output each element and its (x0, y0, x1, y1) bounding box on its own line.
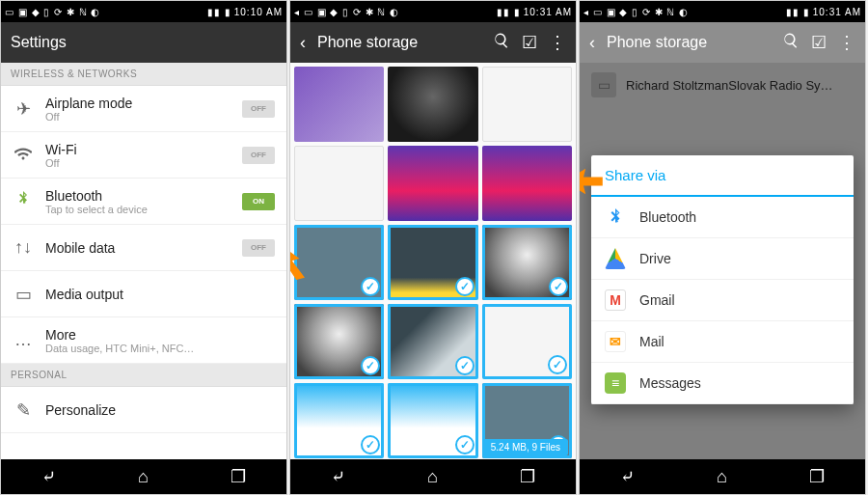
folder-icon: ▭ (591, 72, 616, 97)
sub: Tap to select a device (45, 204, 231, 215)
more-icon: … (13, 330, 34, 350)
back-button[interactable]: ⤶ (41, 466, 56, 487)
share-label: Gmail (639, 292, 675, 308)
status-bar: ▭ ▣ ◆ ▯ ⟳ ✱ ℕ ◐ ▮▮ ▮ 10:10 AM (1, 1, 286, 22)
nav-bar: ⤶ ⌂ ❐ (1, 459, 286, 494)
thumb-selected[interactable]: ✓ (294, 304, 384, 379)
share-dialog: Share via Bluetooth Drive M Gmail ✉ Mail… (591, 155, 854, 404)
messages-icon: ≡ (605, 372, 626, 394)
share-label: Drive (639, 251, 671, 266)
recent-button[interactable]: ❐ (520, 466, 535, 487)
overflow-icon[interactable]: ⋮ (549, 32, 566, 53)
label: Mobile data (45, 240, 231, 256)
back-icon[interactable]: ‹ (300, 33, 306, 53)
phone-settings: ▭ ▣ ◆ ▯ ⟳ ✱ ℕ ◐ ▮▮ ▮ 10:10 AM Settings W… (0, 0, 287, 495)
nav-bar: ⤶ ⌂ ❐ (580, 459, 865, 494)
status-bar: ◂ ▭ ▣ ◆ ▯ ⟳ ✱ ℕ ◐ ▮▮ ▮ 10:31 AM (290, 1, 576, 22)
share-messages[interactable]: ≡ Messages (591, 363, 854, 404)
status-icons: ◂ ▭ ▣ ◆ ▯ ⟳ ✱ ℕ ◐ (583, 7, 689, 17)
back-button[interactable]: ⤶ (331, 466, 345, 487)
dimmed-content: ▭ Richard StoltzmanSlovak Radio Sy… ▭ Re… (580, 63, 865, 459)
search-icon[interactable] (493, 32, 510, 54)
selection-info: 5.24 MB, 9 Files (483, 439, 568, 455)
home-button[interactable]: ⌂ (138, 467, 149, 487)
check-icon: ✓ (361, 356, 380, 375)
share-drive[interactable]: Drive (591, 238, 854, 280)
row-mobile-data[interactable]: ↑↓ Mobile data OFF (1, 225, 286, 271)
check-icon: ✓ (548, 355, 567, 374)
select-icon[interactable]: ☑ (811, 32, 827, 53)
gmail-icon: M (605, 289, 626, 311)
appbar-title: Phone storage (317, 34, 481, 51)
thumb[interactable] (482, 146, 572, 221)
share-gmail[interactable]: M Gmail (591, 280, 854, 321)
section-wireless: WIRELESS & NETWORKS (1, 63, 286, 86)
file-row[interactable]: ▭ Richard StoltzmanSlovak Radio Sy… (580, 63, 865, 107)
status-icons: ▭ ▣ ◆ ▯ ⟳ ✱ ℕ ◐ (5, 7, 100, 17)
thumb-selected[interactable]: ✓ (388, 383, 477, 458)
status-right: ▮▮ ▮ 10:31 AM (497, 7, 572, 17)
thumb-selected[interactable]: ✓ (388, 304, 477, 379)
dialog-title: Share via (591, 155, 854, 197)
appbar-title: Settings (11, 34, 277, 51)
check-icon: ✓ (455, 277, 475, 296)
row-airplane[interactable]: ✈ Airplane mode Off OFF (1, 86, 286, 132)
mobile-data-icon: ↑↓ (13, 237, 34, 258)
thumb-selected[interactable]: ✓ (294, 225, 384, 300)
thumb[interactable] (388, 67, 477, 142)
status-time: 10:31 AM (524, 7, 572, 17)
label: Airplane mode (45, 96, 231, 111)
home-button[interactable]: ⌂ (427, 467, 438, 487)
row-more[interactable]: … More Data usage, HTC Mini+, NFC… (1, 317, 286, 364)
thumb[interactable] (388, 146, 477, 221)
appbar-settings: Settings (1, 22, 286, 63)
nav-bar: ⤶ ⌂ ❐ (290, 459, 576, 494)
label: More (45, 327, 275, 343)
thumb[interactable] (482, 67, 572, 142)
thumb-selected[interactable]: ✓ (482, 304, 572, 379)
mobile-toggle[interactable]: OFF (242, 239, 275, 257)
label: Bluetooth (45, 188, 231, 204)
share-bluetooth[interactable]: Bluetooth (591, 197, 854, 238)
back-icon[interactable]: ‹ (589, 33, 595, 53)
check-icon: ✓ (361, 435, 380, 454)
share-mail[interactable]: ✉ Mail (591, 321, 854, 363)
status-icons: ◂ ▭ ▣ ◆ ▯ ⟳ ✱ ℕ ◐ (294, 7, 399, 17)
sub: Off (45, 111, 231, 123)
row-bluetooth[interactable]: Bluetooth Tap to select a device ON (1, 179, 286, 225)
label: Personalize (45, 402, 275, 418)
wifi-toggle[interactable]: OFF (242, 147, 275, 164)
thumb[interactable] (294, 146, 384, 221)
home-button[interactable]: ⌂ (717, 467, 727, 487)
status-bar: ◂ ▭ ▣ ◆ ▯ ⟳ ✱ ℕ ◐ ▮▮ ▮ 10:31 AM (580, 1, 865, 22)
select-icon[interactable]: ☑ (522, 32, 537, 53)
share-label: Bluetooth (639, 209, 696, 225)
thumb-selected[interactable]: ✓ (482, 225, 572, 300)
search-icon[interactable] (782, 32, 800, 54)
label: Media output (45, 287, 275, 302)
back-button[interactable]: ⤶ (620, 466, 635, 487)
drive-icon (605, 248, 626, 269)
share-label: Messages (639, 375, 701, 391)
sub: Data usage, HTC Mini+, NFC… (45, 343, 275, 354)
sub: Off (45, 157, 231, 169)
row-wifi[interactable]: Wi-Fi Off OFF (1, 132, 286, 179)
appbar-storage: ‹ Phone storage ☑ ⋮ (290, 22, 576, 63)
share-label: Mail (639, 334, 665, 349)
thumb-selected[interactable]: ✓ (388, 225, 477, 300)
thumb-selected[interactable]: ✓ (294, 383, 384, 458)
recent-button[interactable]: ❐ (231, 466, 246, 487)
check-icon: ✓ (455, 356, 475, 375)
check-icon: ✓ (361, 277, 380, 296)
thumb[interactable] (294, 67, 384, 142)
row-media-output[interactable]: ▭ Media output (1, 271, 286, 317)
status-right: ▮▮ ▮ 10:10 AM (207, 7, 283, 17)
airplane-toggle[interactable]: OFF (242, 100, 275, 118)
airplane-icon: ✈ (13, 98, 34, 120)
bluetooth-toggle[interactable]: ON (242, 193, 275, 210)
check-icon: ✓ (549, 277, 568, 296)
wifi-icon (13, 144, 34, 166)
row-personalize[interactable]: ✎ Personalize (1, 387, 286, 433)
overflow-icon[interactable]: ⋮ (838, 32, 855, 53)
recent-button[interactable]: ❐ (809, 466, 825, 487)
